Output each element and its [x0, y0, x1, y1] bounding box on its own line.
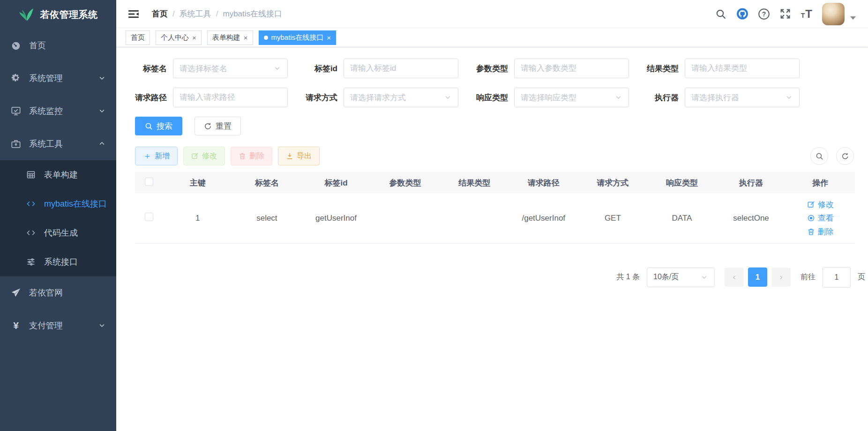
tag-id-input[interactable] [350, 64, 452, 73]
export-button[interactable]: 导出 [278, 147, 320, 165]
tag-form-builder[interactable]: 表单构建 × [207, 30, 253, 45]
tags-bar: 首页 个人中心 × 表单构建 × mybatis在线接口 × [116, 28, 868, 47]
delete-button[interactable]: 删除 [231, 147, 272, 165]
column-header: 请求方式 [578, 172, 648, 193]
filter-tag-name: 标签名 请选择标签名 [135, 59, 288, 78]
search-icon [145, 122, 153, 130]
search-button[interactable]: 搜索 [135, 117, 182, 135]
page-size-select[interactable]: 10条/页 [647, 268, 715, 287]
font-size-icon[interactable]: TT [801, 7, 813, 21]
page-size-value: 10条/页 [653, 272, 679, 282]
response-type-select[interactable]: 请选择响应类型 [514, 88, 629, 107]
column-header: 执行器 [717, 172, 786, 193]
sidebar-collapse-icon[interactable] [127, 8, 140, 20]
sidebar-item-label: 系统监控 [29, 105, 98, 117]
filter-label: 响应类型 [476, 92, 508, 103]
goto-page-input[interactable] [823, 267, 851, 288]
breadcrumb-separator: / [172, 9, 175, 19]
cell-id: 1 [163, 193, 232, 243]
sidebar-menu: 首页 系统管理 系统监控 系统工具 [0, 29, 116, 342]
show-search-toggle-button[interactable] [810, 147, 828, 165]
column-header: 主键 [163, 172, 232, 193]
filter-param-type: 参数类型 [476, 59, 629, 78]
row-checkbox[interactable] [145, 213, 153, 221]
code-icon [25, 227, 37, 238]
search-icon[interactable] [715, 8, 727, 20]
select-placeholder: 请选择请求方式 [350, 92, 406, 103]
select-all-checkbox[interactable] [145, 178, 153, 186]
row-edit-link[interactable]: 修改 [807, 199, 834, 210]
sidebar-item-form-builder[interactable]: 表单构建 [0, 160, 116, 189]
fullscreen-icon[interactable] [779, 8, 792, 20]
row-delete-link[interactable]: 删除 [807, 226, 834, 237]
reset-button[interactable]: 重置 [195, 117, 241, 135]
column-header: 响应类型 [647, 172, 717, 193]
refresh-icon [204, 122, 212, 130]
close-icon[interactable]: × [327, 34, 331, 42]
sidebar-item-ruoyi-website[interactable]: 若依官网 [0, 276, 116, 309]
prev-page-button[interactable]: ‹ [725, 268, 744, 287]
leaf-logo-icon [19, 7, 35, 22]
close-icon[interactable]: × [244, 34, 248, 42]
tag-home[interactable]: 首页 [126, 30, 150, 45]
github-icon[interactable] [736, 8, 748, 20]
filter-request-path: 请求路径 [135, 88, 288, 107]
sidebar-item-payment-management[interactable]: ¥ 支付管理 [0, 309, 116, 342]
filter-row-2: 请求路径 请求方式 请选择请求方式 响应类型 请选择响应类型 执行器 [135, 88, 865, 107]
topbar-actions: ? TT [715, 3, 856, 25]
sidebar-item-home[interactable]: 首页 [0, 29, 116, 62]
sidebar-item-mybatis-online-api[interactable]: mybatis在线接口 [0, 189, 116, 218]
sidebar-item-label: 若依官网 [29, 287, 106, 298]
executor-select[interactable]: 请选择执行器 [685, 88, 800, 107]
table-row[interactable]: 1 select getUserInof /getUserInof GET DA… [135, 193, 855, 243]
filter-request-method: 请求方式 请选择请求方式 [306, 88, 458, 107]
sidebar-item-system-management[interactable]: 系统管理 [0, 62, 116, 95]
edit-icon [191, 152, 199, 160]
request-method-select[interactable]: 请选择请求方式 [344, 88, 458, 107]
row-view-label: 查看 [818, 213, 834, 223]
current-page-button[interactable]: 1 [748, 268, 767, 287]
filter-label: 请求路径 [135, 92, 167, 103]
tag-mybatis-online-api[interactable]: mybatis在线接口 × [259, 30, 336, 45]
cell-tag-name: select [232, 193, 302, 243]
trash-icon [239, 152, 246, 160]
sidebar-item-label: 系统工具 [29, 138, 98, 149]
yen-icon: ¥ [10, 320, 22, 331]
refresh-button[interactable] [836, 147, 854, 165]
svg-text:?: ? [762, 10, 766, 17]
next-page-button[interactable]: › [771, 268, 791, 287]
param-type-input[interactable] [521, 64, 622, 73]
help-icon[interactable]: ? [758, 8, 770, 20]
cell-tag-id: getUserInof [301, 193, 371, 243]
search-icon [816, 152, 823, 160]
avatar[interactable] [822, 3, 845, 25]
breadcrumb-home[interactable]: 首页 [152, 8, 168, 19]
close-icon[interactable]: × [192, 34, 196, 42]
gear-icon [10, 73, 22, 84]
sidebar-item-system-monitor[interactable]: 系统监控 [0, 95, 116, 127]
table-header-row: 主键 标签名 标签id 参数类型 结果类型 请求路径 请求方式 响应类型 执行器… [135, 172, 855, 193]
request-path-input[interactable] [180, 93, 281, 102]
caret-down-icon[interactable] [850, 16, 856, 20]
edit-button[interactable]: 修改 [183, 147, 225, 165]
breadcrumb-current: mybatis在线接口 [223, 8, 282, 19]
add-button[interactable]: ＋ 新增 [135, 147, 178, 165]
export-button-label: 导出 [297, 151, 312, 161]
cell-request-method: GET [578, 193, 648, 243]
chevron-down-icon [98, 322, 106, 329]
result-type-input[interactable] [691, 64, 793, 73]
app-logo[interactable]: 若依管理系统 [0, 0, 116, 29]
tag-name-select[interactable]: 请选择标签名 [173, 59, 288, 78]
sidebar-item-system-tools[interactable]: 系统工具 [0, 127, 116, 160]
chevron-down-icon [274, 65, 281, 72]
cell-response-type: DATA [647, 193, 717, 243]
row-view-link[interactable]: 查看 [807, 213, 834, 223]
chevron-down-icon [98, 74, 106, 82]
sidebar-item-system-api[interactable]: 系统接口 [0, 247, 116, 276]
tag-label: 首页 [131, 33, 145, 42]
page-unit-label: 页 [858, 272, 865, 282]
active-tag-dot [264, 36, 268, 40]
sidebar-item-code-generation[interactable]: 代码生成 [0, 218, 116, 247]
tag-profile[interactable]: 个人中心 × [156, 30, 202, 45]
sidebar-item-label: 首页 [29, 40, 106, 51]
